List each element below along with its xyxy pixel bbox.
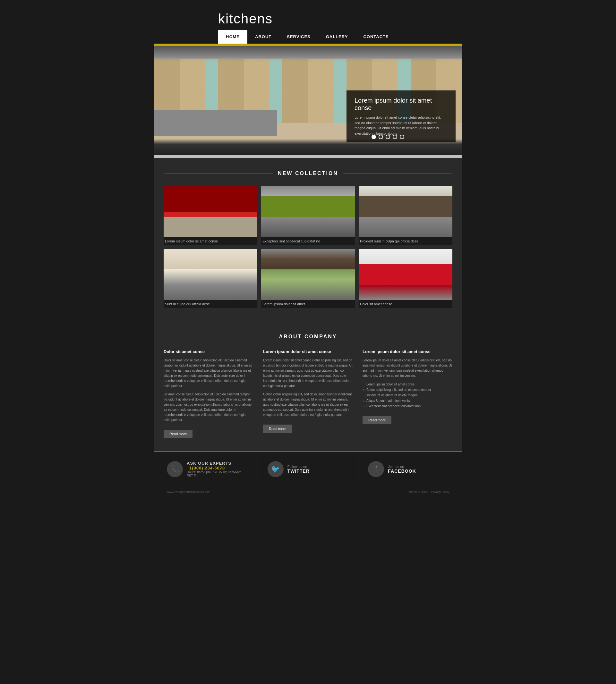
nav-item-contacts[interactable]: CONTACTS	[355, 30, 396, 44]
about-list-item-4: Aliqua Ut enim ad minim veniam	[362, 398, 453, 404]
hero-caption: Lorem ipsum dolor sit amet conse Lorem i…	[347, 90, 456, 142]
read-more-btn-2[interactable]: Read more	[263, 425, 292, 433]
dot-5[interactable]	[400, 135, 404, 139]
twitter-icon: 🐦	[268, 461, 284, 477]
about-col-2: Lorem ipsum dolor sit amet conse Lorem i…	[263, 349, 353, 438]
gallery-item-5[interactable]: Lorem ipsum dolor sit amet	[261, 249, 355, 308]
dot-4[interactable]	[393, 135, 397, 139]
facebook-icon: f	[368, 461, 384, 477]
footer-hours: Hours: 8am-5pm PST M-Th; 8am-6pm PST Fri	[187, 471, 248, 478]
about-col-1-heading: Dolor sit amet conse	[163, 349, 254, 354]
gallery-item-6[interactable]: Dolor sit amet conse	[359, 249, 453, 308]
about-section: ABOUT COMPANY Dolor sit amet conse Dolor…	[154, 321, 462, 451]
privacy-link[interactable]: Privacy Policy	[431, 490, 449, 494]
about-col-1-para1: Dolor sit amet conse cletur adipisicing …	[163, 358, 254, 389]
gallery-label-5: Lorem ipsum dolor sit amet	[261, 300, 355, 308]
about-col-2-para2: Conse cletur adipisicing elit, sed do ei…	[263, 392, 353, 417]
footer-main: 📞 ASK OUR EXPERTS 1(800) 234-5678 Hours:…	[154, 452, 462, 487]
kitchen-counter	[154, 110, 277, 136]
gallery-item-2[interactable]: Excepteur sint occaecat cupidatat no	[261, 186, 355, 245]
about-col-3-heading: Lorem ipsum dolor sit amet conse	[362, 349, 453, 354]
footer-twitter-text: Follow us on TWITTER	[287, 465, 310, 474]
read-more-btn-3[interactable]: Read more	[362, 416, 391, 424]
about-list-item-5: Excepteur sint occaecat cupidatat non	[362, 404, 453, 409]
phone-label: ASK OUR EXPERTS 1(800) 234-5678	[187, 461, 248, 471]
follow-label: Follow us on	[287, 465, 310, 469]
join-label: Join us on	[388, 465, 416, 469]
footer-site-url: www.heritagechristiancollege.com	[167, 490, 211, 494]
nav-item-services[interactable]: SERVICES	[279, 30, 318, 44]
main-nav: HOME ABOUT SERVICES GALLERY CONTACTS	[154, 30, 462, 44]
footer-facebook-text: Join us on FACEBOOK	[388, 465, 416, 474]
about-title: ABOUT COMPANY	[163, 334, 453, 340]
footer-twitter-section: 🐦 Follow us on TWITTER	[268, 461, 349, 477]
gallery-label-2: Excepteur sint occaecat cupidatat no	[261, 237, 355, 245]
gallery-thumb-3	[359, 186, 453, 237]
about-col-1: Dolor sit amet conse Dolor sit amet cons…	[163, 349, 254, 438]
phone-icon: 📞	[167, 461, 183, 477]
gallery-label-1: Lorem ipsum dolor sit amet conse	[163, 237, 257, 245]
gallery-thumb-4	[163, 249, 257, 300]
about-col-3: Lorem ipsum dolor sit amet conse Lorem i…	[362, 349, 453, 438]
about-list-item-1: Lorem ipsum dolor sit amet conse	[362, 382, 453, 387]
nav-list: HOME ABOUT SERVICES GALLERY CONTACTS	[154, 30, 462, 44]
footer-divider-1	[258, 459, 258, 479]
about-col-3-para1: Lorem ipsum dolor sit amet conse cletur …	[362, 358, 453, 379]
nav-item-home[interactable]: HOME	[218, 30, 247, 44]
gray-divider	[154, 155, 462, 158]
gallery-thumb-5	[261, 249, 355, 300]
facebook-name[interactable]: FACEBOOK	[388, 469, 416, 474]
twitter-name[interactable]: TWITTER	[287, 469, 310, 474]
footer-divider-2	[358, 459, 358, 479]
dot-2[interactable]	[379, 135, 383, 139]
about-col-1-para2: Sit amet conse cletur adipisicing elit, …	[163, 392, 254, 423]
about-col-2-para1: Lorem ipsum dolor sit amet conse cletur …	[263, 358, 353, 389]
gallery-item-1[interactable]: Lorem ipsum dolor sit amet conse	[163, 186, 257, 245]
gallery-label-3: Proident sunt in culpa qui officia dese	[359, 237, 453, 245]
footer-phone-section: 📞 ASK OUR EXPERTS 1(800) 234-5678 Hours:…	[167, 461, 248, 478]
footer-bottom: www.heritagechristiancollege.com Interio…	[154, 487, 462, 497]
about-list-item-3: Incididunt ut labore et dolore magna	[362, 392, 453, 398]
nav-item-gallery[interactable]: GALLERY	[318, 30, 356, 44]
phone-number: 1(800) 234-5678	[189, 465, 225, 471]
footer-copyright: Interior © 2013. Privacy Policy	[408, 490, 449, 494]
about-col-3-list: Lorem ipsum dolor sit amet conse Cletur …	[362, 382, 453, 409]
header: kitchens	[154, 0, 462, 30]
gallery-item-3[interactable]: Proident sunt in culpa qui officia dese	[359, 186, 453, 245]
dot-3[interactable]	[386, 135, 390, 139]
about-grid: Dolor sit amet conse Dolor sit amet cons…	[163, 349, 453, 438]
gallery-grid: Lorem ipsum dolor sit amet conse Excepte…	[163, 186, 453, 308]
footer-facebook-section: f Join us on FACEBOOK	[368, 461, 449, 477]
new-collection-title: NEW COLLECTION	[163, 170, 453, 176]
gallery-label-6: Dolor sit amet conse	[359, 300, 453, 308]
about-col-2-heading: Lorem ipsum dolor sit amet conse	[263, 349, 353, 354]
gallery-thumb-1	[163, 186, 257, 237]
read-more-btn-1[interactable]: Read more	[163, 430, 193, 438]
hero-dots	[372, 135, 404, 139]
new-collection-section: NEW COLLECTION Lorem ipsum dolor sit ame…	[154, 158, 462, 321]
gallery-thumb-6	[359, 249, 453, 300]
about-list-item-2: Cletur adipisicing elit, sed do eiusmod …	[362, 387, 453, 392]
hero-section: Lorem ipsum dolor sit amet conse Lorem i…	[154, 46, 462, 155]
dot-1[interactable]	[372, 135, 376, 139]
hero-caption-title: Lorem ipsum dolor sit amet conse	[354, 97, 447, 112]
footer-phone-text: ASK OUR EXPERTS 1(800) 234-5678 Hours: 8…	[187, 461, 248, 478]
hero-caption-text: Lorem ipsum dolor sit amet conse cletur …	[354, 115, 447, 136]
footer: 📞 ASK OUR EXPERTS 1(800) 234-5678 Hours:…	[154, 451, 462, 497]
site-title: kitchens	[154, 6, 462, 30]
gallery-item-4[interactable]: Sunt in culpa qui officia dese	[163, 249, 257, 308]
nav-item-about[interactable]: ABOUT	[247, 30, 279, 44]
gallery-thumb-2	[261, 186, 355, 237]
gallery-label-4: Sunt in culpa qui officia dese	[163, 300, 257, 308]
